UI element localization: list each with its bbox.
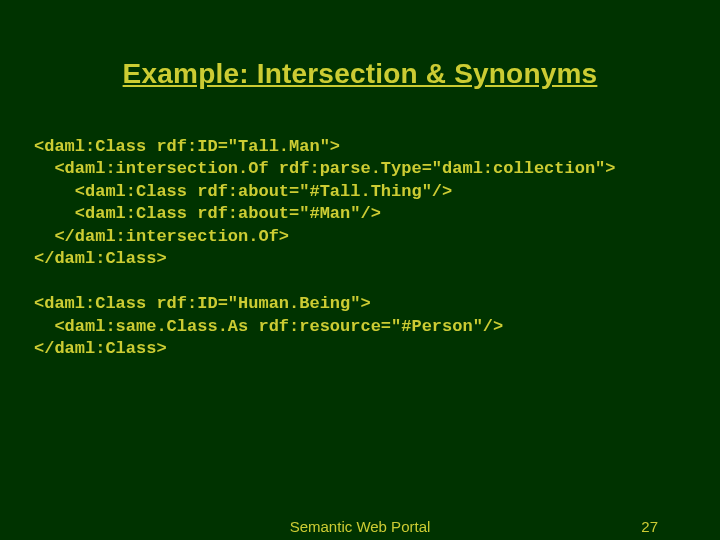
slide: Example: Intersection & Synonyms <daml:C… (0, 0, 720, 540)
footer-center-text: Semantic Web Portal (290, 518, 431, 535)
slide-title: Example: Intersection & Synonyms (0, 0, 720, 98)
page-number: 27 (641, 518, 658, 535)
code-block: <daml:Class rdf:ID="Tall.Man"> <daml:int… (0, 98, 720, 360)
